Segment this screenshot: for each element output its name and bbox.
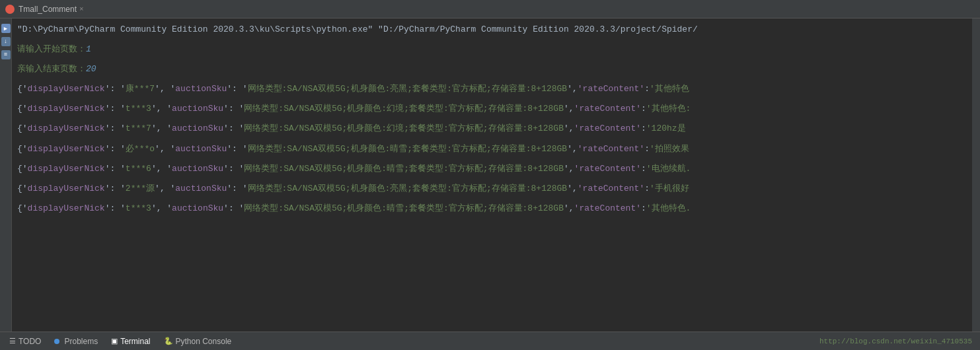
toolbar-btn-2[interactable]: ↓ [1,37,11,46]
comma-2: ', [564,162,574,176]
colon-2: ': ' [227,182,247,196]
open-brace: {' [17,162,28,176]
rate-value: '其他特色 [650,82,689,96]
key-rate: 'rateContent' [578,82,644,96]
open-brace: {' [17,142,28,157]
data-rows: {'displayUserNick': '康***7', 'auctionSku… [17,82,967,221]
sku-value: 网络类型:SA/NSA双模5G;机身颜色:幻境;套餐类型:官方标配;存储容量:8… [244,102,564,116]
tab-python-console[interactable]: 🐍 Python Console [157,332,239,350]
rate-value: '其他特色: [646,102,691,116]
key-nick: displayUserNick [28,82,105,96]
key-nick: displayUserNick [28,122,105,136]
command-text: "D:\PyCharm\PyCharm Community Edition 20… [17,22,698,37]
right-scrollbar[interactable] [972,18,980,332]
tab-todo[interactable]: ☰ TODO [3,332,48,350]
key-rate: 'rateContent' [574,162,641,176]
nick-value: t***7 [126,122,151,136]
comma-2: ', [564,122,574,136]
title-text: Tmall_Comment [19,5,77,14]
nick-value: 康***7 [126,82,155,96]
python-console-label: Python Console [176,337,232,346]
comma-1: ', ' [151,162,172,176]
colon-1: ': ' [105,122,126,136]
key-sku: auctionSku [172,201,223,216]
comma-1: ', ' [151,201,172,216]
table-row: {'displayUserNick': 't***3', 'auctionSku… [17,102,967,116]
key-rate: 'rateContent' [578,142,644,157]
start-value: 1 [86,42,91,57]
sku-value: 网络类型:SA/NSA双模5G;机身颜色:晴雪;套餐类型:官方标配;存储容量:8… [244,162,564,176]
colon-1: ': ' [105,162,126,176]
comma-1: ', ' [151,122,172,136]
colon-2: ': ' [227,82,247,96]
nick-value: 2***源 [126,182,155,196]
rate-value: '120hz是 [646,122,686,136]
colon-3: : [641,102,646,116]
nick-value: 必***o [126,142,155,157]
comma-1: ', ' [155,182,175,196]
toolbar-btn-3[interactable]: ≡ [1,50,11,59]
key-rate: 'rateContent' [578,182,644,196]
terminal-icon: ▣ [111,337,118,345]
sku-value: 网络类型:SA/NSA双模5G;机身颜色:亮黑;套餐类型:官方标配;存储容量:8… [248,82,568,96]
main-area: ▶ ↓ ≡ "D:\PyCharm\PyCharm Community Edit… [0,18,980,332]
colon-3: : [641,122,646,136]
colon-1: ': ' [105,142,126,157]
problems-dot-icon [54,339,59,344]
close-button[interactable]: × [79,5,84,13]
colon-3: : [644,82,650,96]
tab-problems[interactable]: Problems [48,332,104,350]
sku-value: 网络类型:SA/NSA双模5G;机身颜色:幻境;套餐类型:官方标配;存储容量:8… [244,122,564,136]
content-area: "D:\PyCharm\PyCharm Community Edition 20… [12,18,972,332]
comma-1: ', ' [155,82,175,96]
start-label: 请输入开始页数： [17,42,86,57]
key-sku: auctionSku [172,122,223,136]
rate-value: '其他特色. [646,201,691,216]
comma-1: ', ' [155,142,175,157]
colon-1: ': ' [105,82,126,96]
table-row: {'displayUserNick': '必***o', 'auctionSku… [17,142,967,157]
table-row: {'displayUserNick': 't***7', 'auctionSku… [17,122,967,136]
colon-2: ': ' [223,122,244,136]
key-rate: 'rateContent' [574,201,641,216]
sku-value: 网络类型:SA/NSA双模5G;机身颜色:晴雪;套餐类型:官方标配;存储容量:8… [248,142,568,157]
status-url: http://blog.csdn.net/weixin_4710535 [819,337,977,345]
open-brace: {' [17,122,28,136]
comma-2: ', [567,82,578,96]
comma-2: ', [564,102,574,116]
key-nick: displayUserNick [28,182,105,196]
left-gutter: ▶ ↓ ≡ [0,18,12,332]
title-bar: Tmall_Comment × [0,0,980,18]
key-nick: displayUserNick [28,162,105,176]
key-nick: displayUserNick [28,142,105,157]
comma-2: ', [567,142,578,157]
comma-2: ', [567,182,578,196]
comma-1: ', ' [151,102,172,116]
key-rate: 'rateContent' [574,122,641,136]
rate-value: '电池续航. [646,162,691,176]
colon-2: ': ' [223,162,244,176]
table-row: {'displayUserNick': '康***7', 'auctionSku… [17,82,967,96]
rate-value: '手机很好 [650,182,689,196]
rate-value: '拍照效果 [650,142,689,157]
colon-3: : [644,142,650,157]
tab-terminal[interactable]: ▣ Terminal [104,332,157,350]
key-nick: displayUserNick [28,102,105,116]
open-brace: {' [17,82,28,96]
nick-value: t***3 [126,102,151,116]
colon-2: ': ' [223,201,244,216]
sku-value: 网络类型:SA/NSA双模5G;机身颜色:亮黑;套餐类型:官方标配;存储容量:8… [248,182,568,196]
problems-label: Problems [64,337,98,346]
colon-2: ': ' [227,142,247,157]
terminal-label: Terminal [120,337,150,346]
status-bar: ☰ TODO Problems ▣ Terminal 🐍 Python Cons… [0,332,980,350]
sku-value: 网络类型:SA/NSA双模5G;机身颜色:晴雪;套餐类型:官方标配;存储容量:8… [244,201,564,216]
title-icon [5,5,15,14]
start-page-line: 请输入开始页数： 1 [17,42,967,57]
colon-3: : [641,201,646,216]
table-row: {'displayUserNick': 't***3', 'auctionSku… [17,201,967,216]
toolbar-btn-1[interactable]: ▶ [1,24,11,33]
table-row: {'displayUserNick': '2***源', 'auctionSku… [17,182,967,196]
key-sku: auctionSku [175,82,227,96]
end-value: 20 [86,62,96,77]
